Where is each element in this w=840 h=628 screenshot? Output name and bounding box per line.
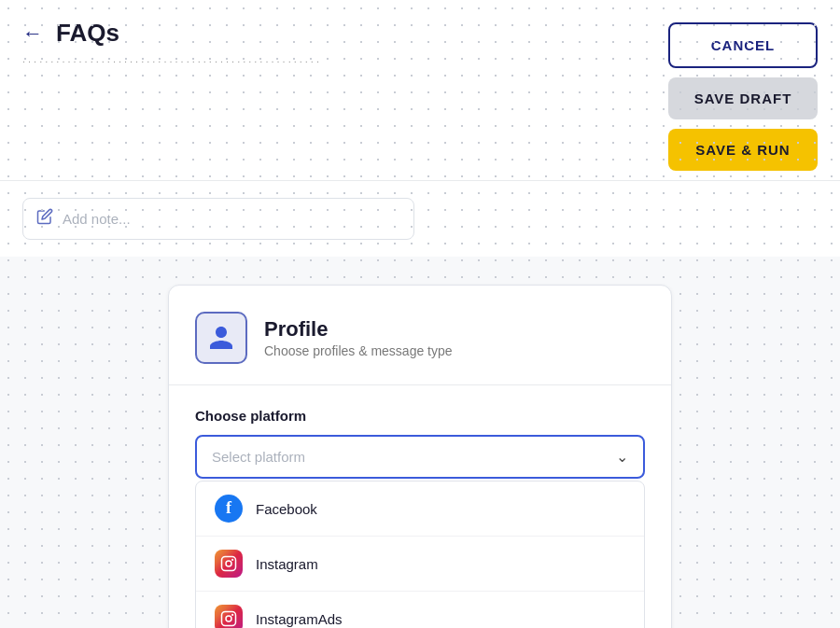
platform-label: Choose platform: [195, 408, 645, 424]
instagramads-option-label: InstagramAds: [256, 611, 343, 627]
svg-rect-3: [222, 612, 236, 626]
profile-title: Profile: [264, 317, 453, 342]
platform-select-trigger[interactable]: Select platform ⌄: [195, 435, 645, 479]
platform-section: Choose platform Select platform ⌄ Facebo…: [169, 385, 671, 628]
svg-point-5: [231, 614, 233, 616]
profile-subtitle: Choose profiles & message type: [264, 343, 453, 358]
profile-info: Profile Choose profiles & message type: [264, 317, 453, 358]
profile-card: Profile Choose profiles & message type C…: [168, 285, 672, 628]
instagram-icon: [215, 550, 243, 578]
instagram-ads-icon: [215, 605, 243, 628]
svg-rect-0: [222, 557, 236, 571]
svg-point-2: [231, 559, 233, 561]
facebook-option-label: Facebook: [256, 501, 317, 517]
svg-point-4: [226, 616, 231, 621]
platform-option-instagram[interactable]: Instagram: [196, 537, 644, 592]
instagram-option-label: Instagram: [256, 556, 318, 572]
chevron-down-icon: ⌄: [616, 448, 628, 466]
platform-dropdown: Facebook Instagram: [195, 481, 645, 628]
platform-option-instagramads[interactable]: InstagramAds: [196, 592, 644, 628]
facebook-icon: [215, 495, 243, 523]
profile-section: Profile Choose profiles & message type: [169, 286, 671, 385]
platform-select-text: Select platform: [212, 449, 305, 465]
content-area: Profile Choose profiles & message type C…: [0, 257, 840, 628]
profile-avatar: [195, 312, 247, 364]
svg-point-1: [226, 561, 231, 566]
platform-option-facebook[interactable]: Facebook: [196, 481, 644, 537]
